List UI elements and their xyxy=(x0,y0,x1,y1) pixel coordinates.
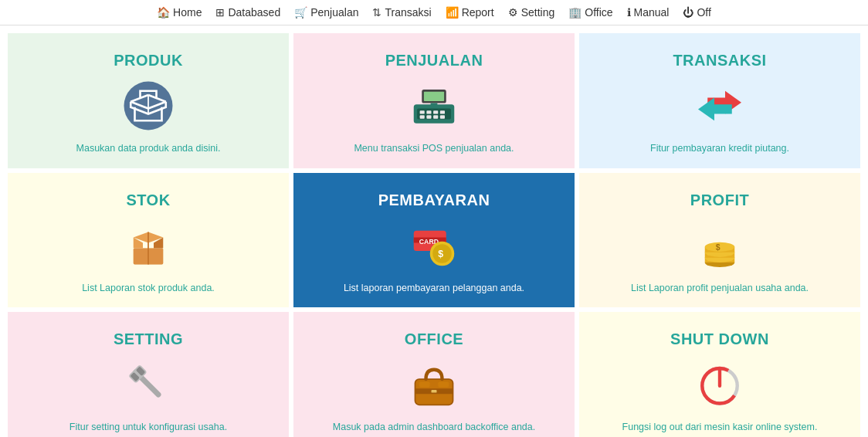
transaksi-desc: Fitur pembayaran kredit piutang. xyxy=(650,142,789,156)
penjualan-icon xyxy=(407,79,461,133)
databased-icon: ⊞ xyxy=(215,6,225,19)
penjualan-title: PENJUALAN xyxy=(385,52,483,69)
office-nav-icon: 🏢 xyxy=(568,6,581,19)
nav-off-label: Off xyxy=(697,6,710,19)
nav-setting-label: Setting xyxy=(521,6,555,19)
stok-desc: List Laporan stok produk anda. xyxy=(82,282,215,296)
nav-report[interactable]: 📶 Report xyxy=(446,6,494,19)
setting-icon xyxy=(121,357,175,412)
profit-icon: $ xyxy=(693,218,747,273)
svg-rect-15 xyxy=(424,92,444,101)
profit-title: PROFIT xyxy=(690,191,749,209)
svg-rect-20 xyxy=(713,104,732,113)
main-grid: PRODUK Masukan data produk anda disini. … xyxy=(0,25,868,437)
card-transaksi[interactable]: TRANSAKSI Fitur pembayaran kredit piutan… xyxy=(579,33,860,168)
office-desc: Masuk pada admin dashboard backoffice an… xyxy=(333,421,535,435)
office-icon xyxy=(407,357,461,412)
card-penjualan[interactable]: PENJUALAN Menu tran xyxy=(293,33,575,168)
svg-rect-7 xyxy=(426,110,431,113)
setting-nav-icon: ⚙ xyxy=(508,6,518,19)
nav-office[interactable]: 🏢 Office xyxy=(568,6,612,19)
profit-desc: List Laporan profit penjualan usaha anda… xyxy=(631,282,809,296)
nav-databased-label: Databased xyxy=(228,6,280,19)
nav-databased[interactable]: ⊞ Databased xyxy=(215,6,280,19)
svg-rect-13 xyxy=(440,115,445,118)
svg-text:$: $ xyxy=(438,248,443,259)
pembayaran-desc: List laporan pembayaran pelanggan anda. xyxy=(344,282,524,296)
transaksi-icon xyxy=(693,79,747,133)
card-produk[interactable]: PRODUK Masukan data produk anda disini. xyxy=(8,33,289,168)
pembayaran-title: PEMBAYARAN xyxy=(378,191,490,209)
nav-penjualan-label: Penjualan xyxy=(310,6,358,19)
svg-rect-16 xyxy=(431,103,438,107)
svg-rect-9 xyxy=(440,110,445,113)
svg-rect-50 xyxy=(438,382,449,388)
nav-transaksi-label: Transaksi xyxy=(385,6,431,19)
card-profit[interactable]: PROFIT $ List Laporan profit penjualan u… xyxy=(579,173,860,308)
nav-report-label: Report xyxy=(462,6,494,19)
svg-rect-12 xyxy=(433,115,438,118)
transaksi-nav-icon: ⇅ xyxy=(372,6,381,19)
shutdown-title: SHUT DOWN xyxy=(670,330,769,348)
nav-office-label: Office xyxy=(585,6,612,19)
shutdown-desc: Fungsi log out dari mesin kasir online s… xyxy=(622,421,818,435)
svg-text:$: $ xyxy=(716,242,721,252)
svg-rect-10 xyxy=(420,115,425,118)
nav-setting[interactable]: ⚙ Setting xyxy=(508,6,555,19)
produk-desc: Masukan data produk anda disini. xyxy=(76,142,221,156)
svg-marker-19 xyxy=(698,98,714,121)
nav-transaksi[interactable]: ⇅ Transaksi xyxy=(372,6,431,19)
card-office[interactable]: OFFICE Masuk pada admin dashboard backof… xyxy=(293,312,575,437)
nav-off[interactable]: ⏻ Off xyxy=(683,6,710,19)
produk-title: PRODUK xyxy=(114,52,183,69)
setting-title: SETTING xyxy=(114,330,183,348)
svg-rect-49 xyxy=(419,382,430,388)
penjualan-desc: Menu transaksi POS penjualan anda. xyxy=(354,142,514,156)
pembayaran-icon: CARD $ xyxy=(407,218,461,273)
home-icon: 🏠 xyxy=(157,6,170,19)
nav-home[interactable]: 🏠 Home xyxy=(157,6,202,19)
penjualan-nav-icon: 🛒 xyxy=(294,6,307,19)
produk-icon xyxy=(121,79,175,133)
setting-desc: Fitur setting untuk konfigurasi usaha. xyxy=(70,421,227,435)
nav-home-label: Home xyxy=(173,6,202,19)
nav-penjualan[interactable]: 🛒 Penjualan xyxy=(294,6,358,19)
navbar: 🏠 Home ⊞ Databased 🛒 Penjualan ⇅ Transak… xyxy=(0,0,868,25)
svg-rect-6 xyxy=(420,110,425,113)
nav-manual-label: Manual xyxy=(634,6,670,19)
card-stok[interactable]: STOK List Laporan stok produk anda. xyxy=(8,173,289,308)
card-pembayaran[interactable]: PEMBAYARAN CARD $ List laporan pembayara… xyxy=(293,173,575,308)
stok-title: STOK xyxy=(126,191,170,209)
off-icon: ⏻ xyxy=(683,6,693,19)
report-icon: 📶 xyxy=(446,6,459,19)
card-setting[interactable]: SETTING Fitur setting untuk konfigurasi … xyxy=(8,312,289,437)
stok-icon xyxy=(121,218,175,273)
svg-rect-8 xyxy=(433,110,438,113)
manual-icon: ℹ xyxy=(627,6,631,19)
office-title: OFFICE xyxy=(405,330,463,348)
shutdown-icon xyxy=(693,357,747,412)
transaksi-title: TRANSAKSI xyxy=(673,52,766,69)
card-shutdown[interactable]: SHUT DOWN Fungsi log out dari mesin kasi… xyxy=(579,312,860,437)
nav-manual[interactable]: ℹ Manual xyxy=(627,6,670,19)
svg-rect-48 xyxy=(432,390,437,393)
svg-rect-11 xyxy=(426,115,431,118)
